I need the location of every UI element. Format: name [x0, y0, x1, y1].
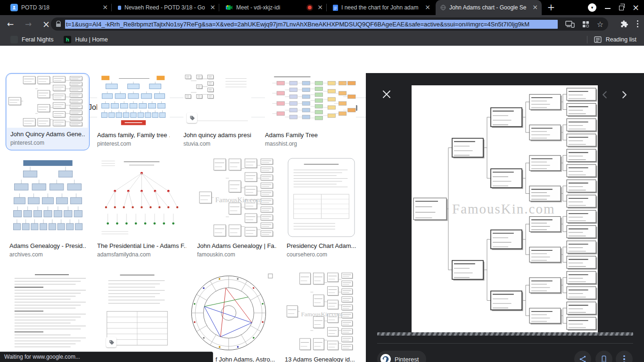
tab-close-icon[interactable]: × — [424, 4, 431, 11]
reading-list-button[interactable]: Reading list — [587, 36, 644, 43]
tab-title: John Adams chart - Google Se — [449, 4, 528, 11]
tab-title: Nevaeh Reed - POTD 3/18 - Go — [124, 4, 206, 11]
image-result-card[interactable]: FamousKin.com13 Adams Genealogy id... — [285, 271, 356, 362]
result-title[interactable]: Adams Genealogy - Presid... — [9, 242, 86, 250]
famouskin-watermark: FamousKin.com — [452, 201, 555, 216]
send-to-devices-icon[interactable] — [565, 20, 575, 28]
tab-title: POTD 3/18 — [21, 4, 98, 11]
result-title[interactable]: John Quincy Adams Gene... — [10, 131, 85, 138]
result-title[interactable]: Adams Family Tree — [265, 132, 356, 139]
stop-loading-button[interactable]: × — [41, 18, 52, 30]
result-domain: pinterest.com — [10, 140, 85, 146]
minimize-button[interactable] — [605, 8, 611, 9]
browser-tab[interactable]: Nevaeh Reed - POTD 3/18 - Go× — [113, 0, 219, 15]
preview-image-genealogy-chart[interactable]: FamousKin.com — [412, 85, 598, 332]
result-title[interactable]: Adams family, Family tree ... — [97, 132, 170, 139]
browser-menu-icon[interactable] — [635, 18, 640, 29]
image-preview-panel: FamousKin.com Pinterest — [366, 73, 644, 362]
image-result-card[interactable]: John Quincy Adams Gene...pinterest.com — [6, 73, 90, 150]
result-thumbnail[interactable] — [97, 157, 186, 238]
close-preview-icon[interactable] — [381, 89, 392, 100]
bookmarks-bar: Feral NightshHulu | Home Reading list — [0, 33, 644, 46]
qr-code-icon[interactable] — [582, 21, 589, 28]
more-options-icon[interactable] — [616, 351, 633, 362]
close-window-button[interactable]: × — [632, 3, 639, 12]
result-title[interactable]: f John Adams, Astro... — [215, 356, 276, 362]
visit-pinterest-button[interactable]: Pinterest — [377, 351, 426, 362]
bookmark-label: Hulu | Home — [75, 36, 107, 43]
result-title[interactable]: 13 Adams Genealogy id... — [285, 356, 356, 362]
image-result-card[interactable]: FamousKin.comJohn Adams Genealogy | Fa..… — [197, 157, 277, 258]
reading-list-label: Reading list — [606, 36, 636, 43]
tab-favicon — [225, 4, 233, 11]
browser-tab[interactable]: POTD 3/18× — [6, 0, 112, 15]
result-domain: archives.com — [9, 251, 86, 258]
product-tag-icon[interactable] — [187, 113, 197, 123]
browser-tab[interactable]: Meet - vdi-xkjz-idi× — [221, 0, 327, 15]
bookmark-favicon: h — [64, 36, 71, 43]
browser-profile-chevron-icon[interactable]: ▾ — [588, 3, 596, 12]
tab-title: I need the chart for John adam — [341, 4, 421, 11]
result-thumbnail[interactable] — [182, 271, 276, 352]
tab-favicon — [118, 6, 121, 10]
result-thumbnail[interactable] — [183, 73, 251, 127]
image-result-card[interactable] — [103, 271, 172, 357]
back-button[interactable]: ← — [5, 18, 16, 30]
image-scrubber-bar[interactable] — [377, 332, 633, 336]
tab-favicon — [440, 5, 446, 10]
lock-icon[interactable] — [56, 21, 61, 27]
address-bar[interactable]: t=1&usg=AI4_-kRrh_Re8rbpmztTajtxNo1sy7Re… — [51, 17, 608, 31]
result-domain: pinterest.com — [97, 140, 170, 147]
result-thumbnail[interactable] — [9, 157, 86, 238]
result-thumbnail[interactable] — [103, 271, 172, 352]
share-button[interactable] — [574, 351, 591, 362]
result-title[interactable]: John quincy adams presi... — [183, 132, 251, 139]
forward-button[interactable]: → — [23, 18, 34, 30]
extensions-puzzle-icon[interactable] — [620, 20, 628, 28]
image-result-card[interactable]: The Presidential Line - Adams F...adamsf… — [97, 157, 186, 258]
image-result-card[interactable]: John quincy adams presi...stuvia.com — [183, 73, 251, 147]
result-thumbnail[interactable] — [9, 271, 94, 352]
result-domain: adamsfamilydna.com — [97, 251, 186, 258]
result-thumbnail[interactable] — [287, 157, 356, 238]
bookmark-item[interactable]: Feral Nights — [10, 36, 53, 43]
new-tab-button[interactable]: + — [545, 2, 557, 13]
result-title[interactable]: John Adams Genealogy | Fa... — [197, 242, 277, 250]
bookmark-label: Feral Nights — [22, 36, 53, 43]
restore-button[interactable] — [619, 6, 624, 10]
result-thumbnail[interactable]: FamousKin.com — [197, 157, 277, 238]
tab-close-icon[interactable]: × — [531, 4, 539, 11]
image-result-card[interactable]: Adams Family Treemasshist.org — [265, 73, 356, 147]
result-thumbnail[interactable] — [7, 74, 88, 128]
bookmark-star-icon[interactable]: ☆ — [597, 20, 603, 29]
reading-list-icon — [594, 36, 602, 43]
image-result-card[interactable] — [9, 271, 94, 357]
save-to-device-button[interactable] — [595, 351, 612, 362]
browser-tab[interactable]: John Adams chart - Google Se× — [436, 0, 542, 15]
image-result-card[interactable]: Adams family, Family tree ...pinterest.c… — [97, 73, 170, 147]
result-title[interactable]: The Presidential Line - Adams F... — [97, 242, 186, 250]
tab-close-icon[interactable]: × — [101, 4, 109, 11]
previous-image-chevron-icon[interactable] — [600, 90, 610, 100]
svg-text:FamousKin.com: FamousKin.com — [215, 196, 262, 204]
image-results-grid: John Quincy Adams Gene...pinterest.comAd… — [0, 0, 366, 362]
product-tag-icon[interactable] — [106, 337, 116, 347]
next-image-chevron-icon[interactable] — [619, 90, 629, 100]
svg-text:FamousKin.com: FamousKin.com — [301, 311, 343, 318]
url-text[interactable]: t=1&usg=AI4_-kRrh_Re8rbpmztTajtxNo1sy7Re… — [65, 20, 558, 29]
result-title[interactable]: Presidency Chart Adam... — [287, 242, 356, 250]
tab-close-icon[interactable]: × — [316, 4, 324, 11]
result-thumbnail[interactable] — [265, 73, 356, 127]
result-thumbnail[interactable]: FamousKin.com — [285, 271, 356, 352]
tab-strip: POTD 3/18×Nevaeh Reed - POTD 3/18 - Go×M… — [0, 0, 644, 15]
result-domain: famouskin.com — [197, 251, 277, 258]
browser-tab[interactable]: I need the chart for John adam× — [328, 0, 434, 15]
tab-favicon — [333, 5, 338, 11]
image-result-card[interactable]: f John Adams, Astro... — [182, 271, 276, 362]
image-result-card[interactable]: Presidency Chart Adam...coursehero.com — [287, 157, 356, 258]
result-domain: stuvia.com — [183, 140, 251, 147]
result-thumbnail[interactable] — [97, 73, 170, 127]
image-result-card[interactable]: Adams Genealogy - Presid...archives.com — [9, 157, 86, 258]
tab-close-icon[interactable]: × — [209, 4, 216, 11]
bookmark-item[interactable]: hHulu | Home — [64, 36, 107, 43]
